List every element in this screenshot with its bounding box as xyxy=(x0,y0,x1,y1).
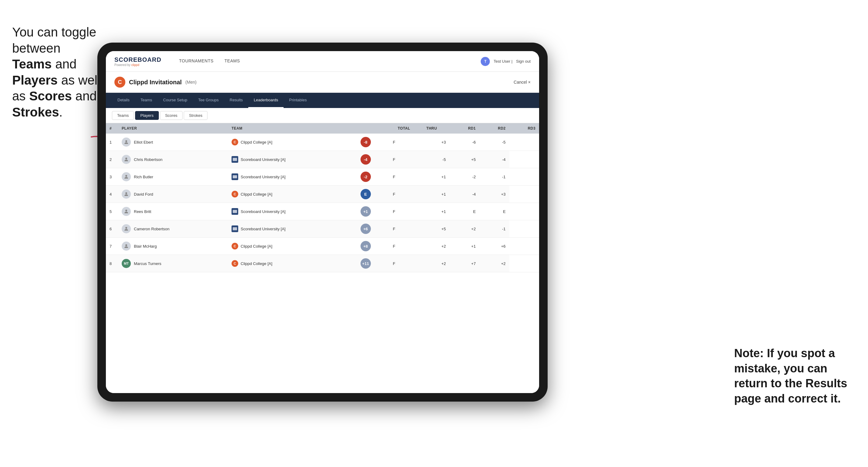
cancel-button[interactable]: Cancel × xyxy=(514,80,531,85)
cell-thru: F xyxy=(374,238,414,255)
sub-tab-teams[interactable]: Teams xyxy=(112,111,134,120)
cell-thru: F xyxy=(374,133,414,151)
sub-tabs: Teams Players Scores Strokes xyxy=(106,108,539,123)
cell-rd2: +5 xyxy=(450,151,479,168)
svg-point-2 xyxy=(125,158,127,159)
nav-links: TOURNAMENTS TEAMS xyxy=(174,51,481,72)
team-name: Clippd College [A] xyxy=(241,140,272,145)
cell-rank: 5 xyxy=(106,203,118,220)
tournament-name: Clippd Invitational xyxy=(129,79,182,86)
tablet-device: SCOREBOARD Powered by clippd TOURNAMENTS… xyxy=(97,42,548,402)
sub-tab-strokes[interactable]: Strokes xyxy=(184,111,208,120)
cell-score: E xyxy=(350,186,374,203)
sub-tab-players[interactable]: Players xyxy=(135,111,158,120)
cell-rd3: -1 xyxy=(479,168,509,186)
cell-rd3: E xyxy=(479,203,509,220)
score-badge: E xyxy=(361,189,371,199)
right-annotation: Note: If you spot a mistake, you can ret… xyxy=(734,346,856,406)
sign-out-link[interactable]: Sign out xyxy=(516,59,531,64)
cell-team: CClippd College [A] xyxy=(228,186,350,203)
table-row: 4David FordCClippd College [A]EF+1-4+3 xyxy=(106,186,539,203)
cell-score: +6 xyxy=(350,220,374,238)
col-team: TEAM xyxy=(228,123,350,133)
table-row: 8MTMarcus TurnersCClippd College [A]+11F… xyxy=(106,255,539,272)
tournament-logo: C xyxy=(114,77,125,88)
player-name: Chris Robertson xyxy=(134,157,162,162)
cell-rank: 4 xyxy=(106,186,118,203)
team-name: Scoreboard University [A] xyxy=(241,209,285,214)
user-label: Test User | xyxy=(494,59,512,64)
cell-team: Scoreboard University [A] xyxy=(228,203,350,220)
team-name: Scoreboard University [A] xyxy=(241,227,285,231)
tab-leaderboards[interactable]: Leaderboards xyxy=(248,93,284,108)
table-header-row: # PLAYER TEAM TOTAL THRU RD1 RD2 RD3 xyxy=(106,123,539,133)
team-name: Clippd College [A] xyxy=(241,244,272,249)
cell-rd1: +3 xyxy=(414,133,450,151)
tab-tee-groups[interactable]: Tee Groups xyxy=(193,93,224,108)
tab-course-setup[interactable]: Course Setup xyxy=(158,93,193,108)
player-name: Elliot Ebert xyxy=(134,140,153,145)
cell-rd1: +1 xyxy=(414,168,450,186)
top-nav: SCOREBOARD Powered by clippd TOURNAMENTS… xyxy=(106,51,539,72)
table-row: 2Chris RobertsonScoreboard University [A… xyxy=(106,151,539,168)
cell-rd1: +1 xyxy=(414,203,450,220)
table-row: 1Elliot EbertCClippd College [A]-8F+3-6-… xyxy=(106,133,539,151)
logo-sub: Powered by clippd xyxy=(114,63,161,67)
tab-printables[interactable]: Printables xyxy=(284,93,312,108)
cell-rd1: +2 xyxy=(414,238,450,255)
player-name: Blair McHarg xyxy=(134,244,157,249)
cell-score: +11 xyxy=(350,255,374,272)
svg-point-5 xyxy=(125,210,127,212)
team-name: Clippd College [A] xyxy=(241,192,272,196)
cell-player: MTMarcus Turners xyxy=(118,255,228,272)
team-name: Scoreboard University [A] xyxy=(241,157,285,162)
logo-area: SCOREBOARD Powered by clippd xyxy=(114,56,161,67)
left-annotation: You can toggle between Teams and Players… xyxy=(12,24,100,120)
tab-results[interactable]: Results xyxy=(224,93,248,108)
col-rank: # xyxy=(106,123,118,133)
cell-thru: F xyxy=(374,220,414,238)
cell-rd1: +1 xyxy=(414,186,450,203)
cell-rd2: -6 xyxy=(450,133,479,151)
cell-rank: 8 xyxy=(106,255,118,272)
cell-rd2: +7 xyxy=(450,255,479,272)
cell-thru: F xyxy=(374,186,414,203)
cell-rank: 2 xyxy=(106,151,118,168)
cell-rd3: -5 xyxy=(479,133,509,151)
score-badge: -4 xyxy=(361,154,371,164)
cell-player: Cameron Robertson xyxy=(118,220,228,238)
cell-player: Rees Britt xyxy=(118,203,228,220)
user-avatar: T xyxy=(481,57,490,66)
col-total: TOTAL xyxy=(374,123,414,133)
nav-tournaments[interactable]: TOURNAMENTS xyxy=(174,51,219,72)
user-area: T Test User | Sign out xyxy=(481,57,531,66)
team-name: Clippd College [A] xyxy=(241,261,272,266)
col-player: PLAYER xyxy=(118,123,228,133)
cell-team: Scoreboard University [A] xyxy=(228,220,350,238)
table-row: 3Rich ButlerScoreboard University [A]-2F… xyxy=(106,168,539,186)
tournament-title: C Clippd Invitational (Men) xyxy=(114,77,196,88)
cell-rank: 6 xyxy=(106,220,118,238)
cell-rd1: -5 xyxy=(414,151,450,168)
cell-rank: 1 xyxy=(106,133,118,151)
cell-player: Blair McHarg xyxy=(118,238,228,255)
svg-point-1 xyxy=(125,140,127,142)
table-row: 7Blair McHargCClippd College [A]+8F+2+1+… xyxy=(106,238,539,255)
cell-rd1: +5 xyxy=(414,220,450,238)
cell-team: CClippd College [A] xyxy=(228,238,350,255)
cell-score: -4 xyxy=(350,151,374,168)
cell-player: Chris Robertson xyxy=(118,151,228,168)
cell-rd2: +2 xyxy=(450,220,479,238)
sub-tab-scores[interactable]: Scores xyxy=(160,111,183,120)
col-thru: THRU xyxy=(414,123,450,133)
tournament-header: C Clippd Invitational (Men) Cancel × xyxy=(106,72,539,93)
nav-teams[interactable]: TEAMS xyxy=(219,51,246,72)
tab-navigation: Details Teams Course Setup Tee Groups Re… xyxy=(106,93,539,108)
cell-team: Scoreboard University [A] xyxy=(228,168,350,186)
score-badge: +11 xyxy=(361,258,371,269)
cell-player: David Ford xyxy=(118,186,228,203)
cell-score: -8 xyxy=(350,133,374,151)
tab-teams[interactable]: Teams xyxy=(135,93,158,108)
tab-details[interactable]: Details xyxy=(112,93,135,108)
cell-thru: F xyxy=(374,203,414,220)
